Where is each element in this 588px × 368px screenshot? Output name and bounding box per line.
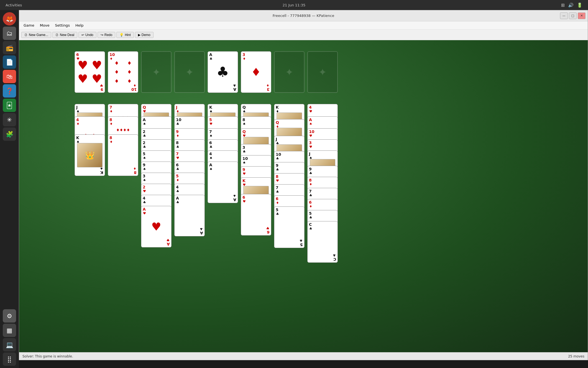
hint-button[interactable]: 💡 Hint [116,32,134,38]
freecell-4-empty[interactable] [174,51,205,93]
undo-button[interactable]: ↩ Undo [78,32,96,38]
taskbar-files[interactable]: 🗂 [3,27,16,40]
redo-icon: ↪ [101,33,103,37]
freecell-1-card[interactable]: 6 ♥ ♥ ♥♥ ♥ 9 ♥ [75,51,105,93]
taskbar-store[interactable]: 🛍 [3,70,16,83]
col6-card8[interactable]: 6 ♥ 6 ♥ [241,194,271,236]
col3-card10[interactable]: A ♥ ♥ A ♥ [141,206,172,247]
freecell-3-empty[interactable] [141,51,172,93]
taskbar-terminal[interactable]: 💻 [3,338,16,351]
col4-card9[interactable]: A ♣ A ♣ [174,195,205,236]
close-button[interactable]: ✕ [578,12,586,19]
col2-card3[interactable]: 8 ♦ 8 ♦ [108,134,138,176]
taskbar-firefox[interactable]: 🦊 [3,12,16,25]
home-3-empty[interactable] [274,51,305,93]
demo-button[interactable]: ▶ Demo [135,32,154,38]
col7-card9[interactable]: 5 ♣ 5 ♣ [274,206,305,248]
menu-move[interactable]: Move [38,23,52,28]
taskbar-hex[interactable]: ✳ [3,113,16,126]
menu-settings[interactable]: Settings [53,23,72,28]
statusbar: Solver: This game is winnable. 25 moves [19,352,588,360]
col5-card6[interactable]: A ♠ A ♠ [208,162,238,203]
window-controls: — □ ✕ [560,12,586,19]
minimize-button[interactable]: — [560,12,568,19]
taskbar-settings[interactable]: ⚙ [3,309,16,323]
home-4-empty[interactable] [307,51,338,93]
redo-button[interactable]: ↪ Redo [98,32,116,38]
hint-icon: 💡 [119,33,124,37]
taskbar-radio[interactable]: 📻 [3,41,16,54]
taskbar-appgrid[interactable]: ⣿ [3,352,16,366]
taskbar-puzzle[interactable]: 🧩 [3,127,16,141]
titlebar: Freecell - 777948938 — KPatience — □ ✕ [19,10,588,21]
taskbar: 🦊 🗂 📻 📄 🛍 ❓ 🃏 ✳ 🧩 ⚙ ▦ 💻 ⣿ [0,10,19,368]
taskbar-help[interactable]: ❓ [3,84,16,98]
new-game-icon: 🗋 [24,33,28,37]
datetime-label: 21 Jun 11:35 [283,3,306,7]
solver-text: Solver: This game is winnable. [22,354,73,358]
moves-text: 25 moves [568,354,584,358]
demo-icon: ▶ [138,33,140,37]
freecell-2-card[interactable]: 10 ♦ ♦♦ ♦♦ ♦♦ 10 ♦ [108,51,138,93]
game-area[interactable]: 6 ♥ ♥ ♥♥ ♥ 9 ♥ 10 ♦ ♦♦ ♦♦ ♦♦ 10 ♦ [19,40,588,352]
home-2-card[interactable]: 3 ♦ ♦ 3 ♦ [241,51,271,93]
battery-icon[interactable]: 🔋 [577,2,582,8]
col1-card3[interactable]: K ♠ 👑 K ♠ [75,134,105,176]
menu-help[interactable]: Help [73,23,86,28]
home-1-card[interactable]: A ♣ ♣ A ♣ [208,51,238,93]
speaker-icon[interactable]: 🔊 [568,2,574,8]
topbar-left: Activities [6,3,22,7]
main-window: Freecell - 777948938 — KPatience — □ ✕ G… [19,10,588,360]
menubar: Game Move Settings Help [19,21,588,30]
activities-label[interactable]: Activities [6,3,22,7]
toolbar: 🗋 New Game... 🗋 New Deal ↩ Undo ↪ Redo 💡… [19,30,588,40]
undo-icon: ↩ [81,33,84,37]
new-deal-icon: 🗋 [55,33,59,37]
window-title: Freecell - 777948938 — KPatience [273,14,334,18]
grid-icon[interactable]: ⊞ [561,2,565,8]
taskbar-kpatience[interactable]: 🃏 [3,99,16,112]
taskbar-taskbar2[interactable]: ▦ [3,324,16,337]
new-deal-button[interactable]: 🗋 New Deal [52,32,77,38]
maximize-button[interactable]: □ [569,12,577,19]
new-game-button[interactable]: 🗋 New Game... [21,32,51,38]
taskbar-docs[interactable]: 📄 [3,55,16,69]
system-topbar: Activities 21 Jun 11:35 ⊞ 🔊 🔋 [0,0,588,10]
topbar-right: ⊞ 🔊 🔋 [561,2,582,8]
menu-game[interactable]: Game [21,23,37,28]
col8-card11[interactable]: C ♣ C ♣ [307,221,338,263]
